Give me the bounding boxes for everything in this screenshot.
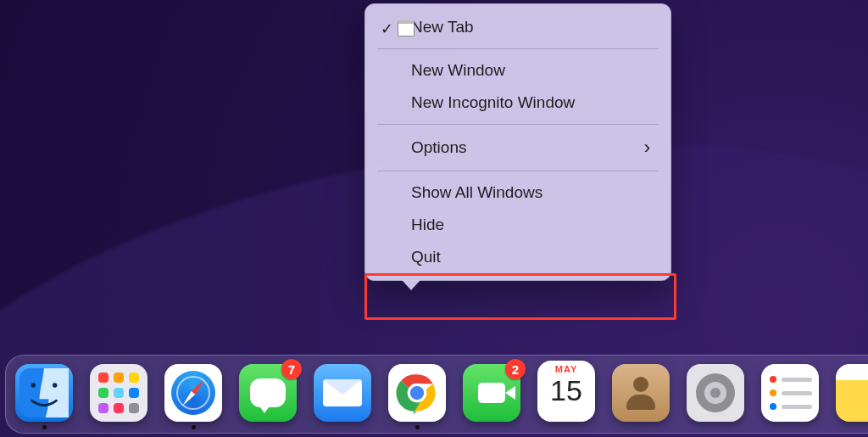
running-indicator bbox=[192, 425, 196, 429]
running-indicator bbox=[42, 425, 47, 429]
menu-label: New Window bbox=[411, 61, 505, 80]
dock: 7 2 MAY 15 bbox=[5, 355, 868, 434]
menu-item-quit[interactable]: Quit bbox=[365, 241, 670, 273]
menu-item-options[interactable]: Options › bbox=[365, 130, 670, 165]
contacts-icon bbox=[612, 364, 670, 422]
menu-separator bbox=[377, 124, 659, 125]
menu-separator bbox=[377, 171, 659, 171]
dock-app-launchpad[interactable] bbox=[89, 364, 148, 429]
dock-app-chrome[interactable] bbox=[387, 364, 447, 429]
mail-icon bbox=[314, 364, 371, 422]
menu-label: Options bbox=[411, 138, 466, 157]
menu-separator bbox=[377, 48, 659, 49]
dock-app-safari[interactable] bbox=[164, 364, 223, 429]
menu-item-show-all-windows[interactable]: Show All Windows bbox=[365, 176, 670, 209]
menu-label: Show All Windows bbox=[411, 183, 542, 202]
dock-area: 7 2 MAY 15 bbox=[0, 348, 868, 437]
facetime-icon: 2 bbox=[463, 364, 520, 422]
badge: 2 bbox=[505, 359, 526, 379]
dock-app-contacts[interactable] bbox=[611, 364, 670, 429]
dock-app-calendar[interactable]: MAY 15 bbox=[537, 361, 596, 429]
badge: 7 bbox=[281, 359, 302, 379]
svg-point-2 bbox=[53, 383, 57, 387]
finder-icon bbox=[15, 364, 73, 422]
safari-icon bbox=[164, 364, 222, 422]
dock-context-menu: ✓ New Tab New Window New Incognito Windo… bbox=[364, 3, 671, 281]
menu-item-hide[interactable]: Hide bbox=[365, 209, 670, 241]
menu-item-new-window[interactable]: New Window bbox=[365, 54, 670, 87]
reminders-icon bbox=[761, 364, 819, 422]
settings-icon bbox=[687, 364, 744, 422]
dock-app-mail[interactable] bbox=[313, 364, 372, 429]
launchpad-icon bbox=[90, 364, 147, 422]
running-indicator bbox=[415, 425, 420, 429]
dock-app-notes[interactable] bbox=[835, 364, 868, 429]
window-icon bbox=[398, 20, 415, 36]
menu-label: New Incognito Window bbox=[411, 93, 575, 112]
dock-app-messages[interactable]: 7 bbox=[238, 364, 298, 429]
menu-item-new-tab[interactable]: ✓ New Tab bbox=[365, 11, 670, 43]
svg-point-1 bbox=[31, 383, 36, 387]
dock-app-settings[interactable] bbox=[686, 364, 745, 429]
menu-label: New Tab bbox=[411, 18, 474, 36]
chrome-icon bbox=[388, 364, 446, 422]
notes-icon bbox=[836, 364, 868, 422]
menu-label: Hide bbox=[411, 216, 444, 234]
calendar-month: MAY bbox=[555, 364, 577, 374]
chevron-right-icon: › bbox=[644, 137, 650, 159]
dock-app-finder[interactable] bbox=[14, 364, 74, 429]
menu-label: Quit bbox=[411, 248, 441, 266]
dock-app-reminders[interactable] bbox=[760, 364, 820, 429]
menu-item-new-incognito[interactable]: New Incognito Window bbox=[365, 87, 670, 119]
dock-app-facetime[interactable]: 2 bbox=[462, 364, 521, 429]
messages-icon: 7 bbox=[239, 364, 297, 422]
checkmark-icon: ✓ bbox=[381, 20, 393, 38]
calendar-icon: MAY 15 bbox=[537, 361, 595, 422]
calendar-day: 15 bbox=[550, 376, 582, 405]
